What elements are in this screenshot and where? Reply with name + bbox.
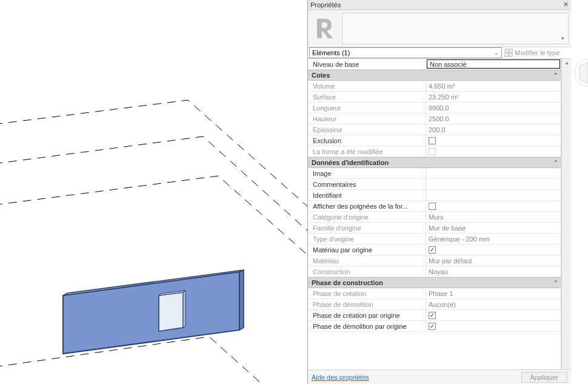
category-identification[interactable]: Données d'identification ⌃ xyxy=(308,157,561,168)
collapse-icon[interactable]: ⌃ xyxy=(553,160,558,166)
svg-rect-3 xyxy=(509,53,512,56)
type-dropdown[interactable]: ▾ xyxy=(342,13,569,44)
category-phase[interactable]: Phase de construction ⌃ xyxy=(308,277,561,288)
row-exclusion[interactable]: Exclusion xyxy=(308,135,561,146)
view-cube-icon[interactable] xyxy=(571,58,588,88)
type-selector-area: ▾ xyxy=(308,10,571,47)
close-icon[interactable]: ✕ xyxy=(563,1,569,8)
collapse-icon[interactable]: ⌃ xyxy=(553,72,558,78)
properties-panel: Propriétés ✕ ▾ Eléments (1) ⌄ Modifier l… xyxy=(307,0,571,384)
svg-rect-2 xyxy=(505,53,508,56)
help-link[interactable]: Aide des propriétés xyxy=(312,374,369,381)
svg-rect-0 xyxy=(505,49,508,52)
revit-logo-icon xyxy=(310,13,341,44)
collapse-icon[interactable]: ⌃ xyxy=(553,280,558,286)
element-count-dropdown[interactable]: Eléments (1) ⌄ xyxy=(309,47,502,58)
row-identifiant[interactable]: Identifiant xyxy=(308,190,561,201)
checkbox-phase-creation[interactable]: ✓ xyxy=(429,312,436,319)
element-count-label: Eléments (1) xyxy=(312,49,350,56)
checkbox-mat-origine[interactable]: ✓ xyxy=(429,246,436,254)
checkbox-exclusion[interactable] xyxy=(429,137,436,144)
row-phase-demolition-origine[interactable]: Phase de démolition par origine✓ xyxy=(308,321,561,332)
edit-type-button[interactable]: Modifier le type xyxy=(503,47,570,58)
value-niveau-base[interactable]: Non associé xyxy=(427,59,560,69)
apply-button[interactable]: Appliquer xyxy=(521,372,567,383)
properties-table[interactable]: Niveau de base Non associé Cotes ⌃ Volum… xyxy=(308,59,561,369)
category-cotes[interactable]: Cotes ⌃ xyxy=(308,70,561,81)
row-commentaires[interactable]: Commentaires xyxy=(308,179,561,190)
edit-type-label: Modifier le type xyxy=(515,49,560,56)
label-niveau-base: Niveau de base xyxy=(308,59,426,69)
scrollbar[interactable]: ▴ xyxy=(561,59,571,369)
svg-rect-1 xyxy=(509,49,512,52)
row-niveau-base[interactable]: Niveau de base Non associé xyxy=(308,59,561,70)
chevron-down-icon: ⌄ xyxy=(494,50,499,56)
row-materiau-origine[interactable]: Matériau par origine✓ xyxy=(308,244,561,255)
element-selector-row: Eléments (1) ⌄ Modifier le type xyxy=(308,47,571,59)
chevron-down-icon: ▾ xyxy=(561,35,564,41)
row-image[interactable]: Image xyxy=(308,168,561,179)
row-phase-creation-origine[interactable]: Phase de création par origine✓ xyxy=(308,310,561,321)
viewport-3d[interactable] xyxy=(0,0,307,384)
panel-titlebar: Propriétés ✕ xyxy=(308,0,571,10)
scroll-up-icon[interactable]: ▴ xyxy=(562,59,571,69)
row-poignees[interactable]: Afficher des poignées de la for... xyxy=(308,201,561,212)
panel-footer: Aide des propriétés Appliquer xyxy=(308,369,571,384)
checkbox-poignees[interactable] xyxy=(429,203,436,210)
checkbox-forme xyxy=(429,148,436,155)
panel-title: Propriétés xyxy=(310,1,341,8)
checkbox-phase-demolition[interactable]: ✓ xyxy=(429,323,436,330)
edit-type-icon xyxy=(504,49,513,57)
